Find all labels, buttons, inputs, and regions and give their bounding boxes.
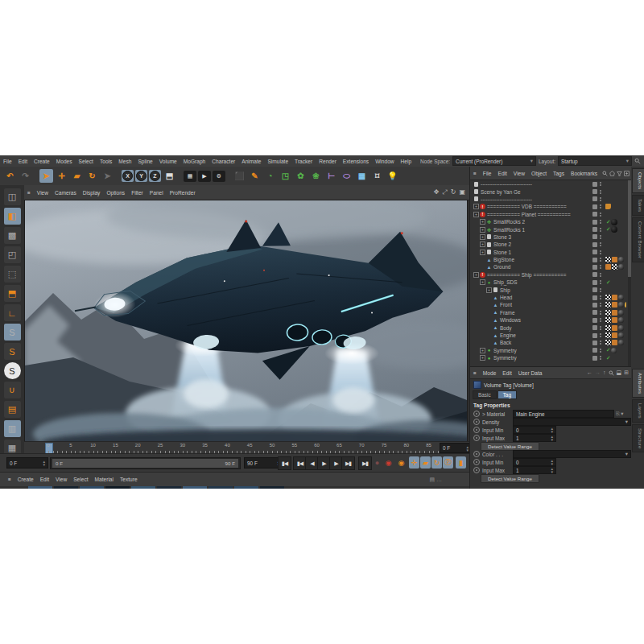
editor-visibility-toggle[interactable] bbox=[592, 272, 597, 277]
material-thumbnail[interactable] bbox=[80, 486, 104, 489]
phong-tag-icon[interactable] bbox=[612, 317, 617, 323]
tree-row[interactable]: +●Symmetry✓ bbox=[470, 347, 626, 354]
material-thumbnail[interactable] bbox=[208, 486, 233, 489]
number-field[interactable]: 1▴▾ bbox=[513, 434, 556, 442]
menu-window[interactable]: Window bbox=[372, 159, 397, 164]
checker-tag-icon[interactable] bbox=[612, 264, 617, 270]
primitive-cube-icon[interactable]: ⬛ bbox=[233, 169, 246, 183]
mesh-orange-icon[interactable]: ▤ bbox=[4, 401, 21, 418]
tree-row[interactable]: +!=========== Ship =========== bbox=[470, 271, 626, 279]
viewport-menu-display[interactable]: Display bbox=[80, 190, 104, 196]
subdivision-surface-icon[interactable]: ◔ bbox=[263, 169, 277, 183]
up-icon[interactable]: ↑ bbox=[603, 369, 606, 376]
menu-edit[interactable]: Edit bbox=[15, 159, 31, 164]
visibility-dots[interactable] bbox=[600, 288, 601, 292]
tree-row[interactable]: ▲Back bbox=[470, 339, 626, 346]
live-selection-icon[interactable]: ➤ bbox=[39, 169, 53, 183]
editor-visibility-toggle[interactable] bbox=[592, 227, 597, 232]
menu-tools[interactable]: Tools bbox=[97, 159, 115, 164]
viewport-menu-filter[interactable]: Filter bbox=[128, 190, 147, 196]
expand-icon[interactable]: + bbox=[473, 204, 479, 209]
phong-tag-icon[interactable] bbox=[612, 332, 617, 338]
range-end-field[interactable]: 90 F▴▾ bbox=[244, 457, 283, 469]
material-menu-view[interactable]: View bbox=[52, 477, 70, 482]
lock-icon[interactable]: ⬓ bbox=[617, 369, 622, 376]
visibility-dots[interactable] bbox=[600, 190, 601, 194]
phong-tag-icon[interactable] bbox=[612, 257, 617, 262]
home-icon[interactable] bbox=[609, 171, 615, 176]
material-thumbnail[interactable] bbox=[131, 486, 155, 489]
editor-visibility-toggle[interactable] bbox=[592, 250, 597, 254]
filter-icon[interactable] bbox=[617, 171, 622, 176]
rotate-icon[interactable]: ↻ bbox=[85, 169, 99, 183]
material-thumbnails[interactable] bbox=[28, 486, 284, 489]
sphere-tag-icon[interactable] bbox=[618, 332, 624, 338]
visibility-dots[interactable] bbox=[600, 349, 601, 353]
scale-icon[interactable]: ▰ bbox=[70, 169, 84, 183]
tree-row[interactable]: ▲Frame bbox=[470, 309, 626, 316]
number-field[interactable]: 0▴▾ bbox=[513, 458, 556, 466]
editor-visibility-toggle[interactable] bbox=[592, 220, 597, 225]
attribute-hamburger-icon[interactable]: ≡ bbox=[470, 370, 480, 376]
back-icon[interactable]: ← bbox=[587, 369, 592, 376]
checker-tag-icon[interactable] bbox=[605, 317, 611, 323]
model-mode-icon[interactable]: ◧ bbox=[4, 208, 21, 225]
light-icon[interactable]: 💡 bbox=[386, 169, 399, 183]
tree-row[interactable]: ▲Engine bbox=[470, 332, 626, 339]
expand-icon[interactable]: + bbox=[480, 279, 485, 285]
viewport-menu-panel[interactable]: Panel bbox=[147, 190, 167, 196]
object-menu-tags[interactable]: Tags bbox=[550, 171, 568, 176]
layer-icon[interactable]: ⎘ bbox=[616, 411, 620, 417]
material-menu-texture[interactable]: Texture bbox=[117, 477, 141, 482]
expand-icon[interactable]: + bbox=[480, 242, 485, 247]
material-thumbnail[interactable] bbox=[260, 486, 284, 489]
menu-mesh[interactable]: Mesh bbox=[115, 159, 134, 164]
editor-visibility-toggle[interactable] bbox=[592, 258, 597, 262]
tree-row[interactable]: ▲Body bbox=[470, 324, 626, 331]
workplane-mode-icon[interactable]: ◰ bbox=[4, 246, 21, 263]
sphere-tag-icon[interactable] bbox=[618, 295, 624, 300]
dropdown-icon[interactable]: ▾ bbox=[621, 411, 623, 417]
coord-system-icon[interactable]: ⬒ bbox=[163, 169, 176, 183]
material-thumbnail[interactable] bbox=[105, 486, 130, 489]
keyframe-circle-icon[interactable] bbox=[473, 435, 480, 441]
point-mode-icon[interactable]: ⬚ bbox=[4, 266, 21, 283]
panel-tab-layers[interactable]: Layers bbox=[632, 399, 644, 423]
menu-render[interactable]: Render bbox=[316, 159, 340, 164]
key-icon[interactable]: ▮ bbox=[456, 456, 466, 469]
keyframe-circle-icon[interactable] bbox=[473, 451, 480, 457]
visibility-dots[interactable] bbox=[600, 258, 601, 262]
material-thumbnail[interactable] bbox=[28, 486, 52, 489]
material-list-mode-icon[interactable]: ▤ … bbox=[429, 477, 474, 483]
panel-tab-structure[interactable]: Structure bbox=[632, 424, 644, 452]
zoom-icon[interactable]: ⤢ bbox=[442, 188, 447, 196]
pan-icon[interactable]: ✥ bbox=[434, 188, 440, 196]
last-tool-icon[interactable]: ➤ bbox=[101, 169, 114, 183]
menu-file[interactable]: File bbox=[0, 159, 15, 164]
editor-visibility-toggle[interactable] bbox=[592, 189, 597, 194]
object-menu-view[interactable]: View bbox=[510, 171, 528, 176]
object-manager-hamburger-icon[interactable]: ≡ bbox=[470, 171, 480, 176]
sphere-tag-icon[interactable] bbox=[618, 264, 624, 270]
cloner-icon[interactable]: ❀ bbox=[309, 169, 323, 183]
keyframe-circle-icon[interactable] bbox=[473, 427, 480, 433]
visibility-dots[interactable] bbox=[600, 326, 601, 330]
menu-spline[interactable]: Spline bbox=[134, 159, 155, 164]
visibility-dots[interactable] bbox=[600, 333, 601, 337]
redo-icon[interactable]: ↷ bbox=[19, 169, 32, 183]
menu-help[interactable]: Help bbox=[398, 159, 415, 164]
bell-tag-icon[interactable] bbox=[625, 302, 626, 308]
object-menu-file[interactable]: File bbox=[480, 171, 495, 176]
tree-row[interactable]: ▲Windows bbox=[470, 316, 626, 324]
preview-range-slider[interactable]: 0 F90 F bbox=[50, 457, 241, 469]
tree-row[interactable]: ▲BigStone bbox=[470, 256, 626, 263]
add-icon[interactable] bbox=[624, 171, 630, 176]
phong-tag-icon[interactable] bbox=[612, 325, 617, 331]
tree-row[interactable]: +Ship bbox=[470, 286, 626, 293]
material-thumbnail[interactable] bbox=[54, 486, 78, 489]
tree-row[interactable]: ▲Front bbox=[470, 301, 626, 308]
editor-visibility-toggle[interactable] bbox=[592, 280, 597, 285]
menu-character[interactable]: Character bbox=[208, 159, 238, 164]
camera-icon[interactable]: ⌑ bbox=[370, 169, 384, 183]
visibility-dots[interactable] bbox=[600, 213, 601, 217]
